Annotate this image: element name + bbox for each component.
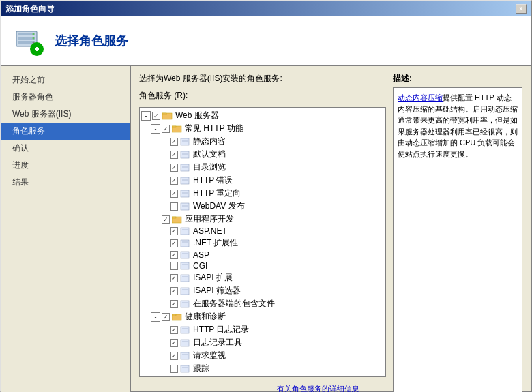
http-redirect-label: HTTP 重定向 [193,187,241,199]
checkbox-http-redirect[interactable] [170,190,178,198]
svg-rect-44 [181,288,189,295]
expand-common-http[interactable]: - [151,124,160,134]
isapi-filter-label: ISAPI 筛选器 [193,285,241,297]
tree-node-static[interactable]: 静态内容 [141,135,384,148]
svg-rect-56 [181,365,189,372]
tree-node-isapi-filter[interactable]: ISAPI 筛选器 [141,284,384,297]
tree-node-isapi-ext[interactable]: ISAPI 扩展 [141,271,384,284]
dir-browse-label: 目录浏览 [193,162,226,173]
svg-point-5 [33,37,35,40]
checkbox-ssi[interactable] [170,300,178,308]
sidebar-item-progress[interactable]: 进度 [1,157,130,174]
expand-app-dev[interactable]: - [151,215,160,224]
svg-rect-49 [172,314,176,316]
webdav-label: WebDAV 发布 [193,200,245,212]
checkbox-root[interactable] [152,112,160,120]
checkbox-health[interactable] [162,313,170,321]
sidebar-item-start[interactable]: 开始之前 [1,72,130,89]
asp-label: ASP [193,250,209,260]
tree-node-aspnet[interactable]: ASP.NET [141,226,384,237]
tree-node-common-http[interactable]: - 常见 HTTP 功能 [141,122,384,135]
expand-health[interactable]: - [151,312,160,322]
checkbox-common-http[interactable] [162,125,170,133]
svg-rect-13 [172,126,176,127]
tree-node-asp[interactable]: ASP [141,250,384,260]
svg-rect-54 [181,352,189,359]
checkbox-webdav[interactable] [170,202,178,211]
tracing-label: 跟踪 [193,363,209,374]
svg-rect-50 [181,327,189,333]
common-http-label: 常见 HTTP 功能 [185,123,243,134]
tree-node-dir-browse[interactable]: 目录浏览 [141,161,384,174]
content-area: 选择角色服务 开始之前 服务器角色 Web 服务器(IIS) 角色服务 确认 进… [1,16,531,392]
checkbox-cgi[interactable] [170,262,178,270]
main-body: 开始之前 服务器角色 Web 服务器(IIS) 角色服务 确认 进度 结果 选择… [1,66,531,392]
desc-content: 动态内容压缩提供配置 HTTP 动态内容压缩的基础结构。启用动态压缩通常带来更高… [393,87,522,392]
checkbox-log-tools[interactable] [170,339,178,347]
checkbox-aspnet[interactable] [170,227,178,235]
root-label: Web 服务器 [175,110,219,121]
svg-rect-40 [181,262,189,269]
tree-node-default-doc[interactable]: 默认文档 [141,148,384,161]
tree-node-net-ext[interactable]: .NET 扩展性 [141,237,384,250]
desc-label: 描述: [393,73,522,85]
tree-node-http-errors[interactable]: HTTP 错误 [141,174,384,187]
checkbox-http-errors[interactable] [170,177,178,185]
tree-node-health[interactable]: - 健康和诊断 [141,310,384,323]
right-panel: 选择为Web 服务器(IIS)安装的角色服务: 角色服务 (R): - Web … [131,66,531,392]
tree-node-log-tools[interactable]: 日志记录工具 [141,336,384,349]
close-button[interactable]: ✕ [516,4,527,14]
log-tools-label: 日志记录工具 [193,337,242,348]
header-section: 选择角色服务 [1,16,531,66]
sidebar: 开始之前 服务器角色 Web 服务器(IIS) 角色服务 确认 进度 结果 [1,66,131,392]
desc-link[interactable]: 动态内容压缩 [398,93,443,102]
tree-box[interactable]: - Web 服务器 - [139,107,386,377]
tree-node-webdav[interactable]: WebDAV 发布 [141,200,384,213]
tree-node-ssi[interactable]: 在服务器端的包含文件 [141,297,384,310]
checkbox-asp[interactable] [170,251,178,259]
checkbox-dir-browse[interactable] [170,164,178,172]
svg-rect-46 [181,301,189,307]
aspnet-label: ASP.NET [193,226,227,236]
checkbox-req-monitor[interactable] [170,352,178,360]
instruction-label: 选择为Web 服务器(IIS)安装的角色服务: [139,73,386,85]
checkbox-http-log[interactable] [170,326,178,334]
sidebar-item-role-services[interactable]: 角色服务 [1,123,130,140]
tree-panel: 选择为Web 服务器(IIS)安装的角色服务: 角色服务 (R): - Web … [139,73,386,392]
tree-node-cgi[interactable]: CGI [141,260,384,271]
checkbox-tracing[interactable] [170,365,178,373]
checkbox-default-doc[interactable] [170,151,178,159]
tree-node-http-log[interactable]: HTTP 日志记录 [141,323,384,336]
svg-point-4 [33,33,35,35]
desc-panel: 描述: 动态内容压缩提供配置 HTTP 动态内容压缩的基础结构。启用动态压缩通常… [393,73,522,392]
cgi-label: CGI [193,261,207,271]
default-doc-label: 默认文档 [193,149,226,160]
req-monitor-label: 请求监视 [193,350,226,361]
tree-node-app-dev[interactable]: - 应用程序开发 [141,213,384,226]
header-icon [12,25,45,57]
tree-label: 角色服务 (R): [139,90,386,102]
sidebar-item-web-server[interactable]: Web 服务器(IIS) [1,106,130,123]
expand-root[interactable]: - [141,111,151,121]
checkbox-isapi-ext[interactable] [170,274,178,282]
checkbox-isapi-filter[interactable] [170,287,178,295]
sidebar-item-server-roles[interactable]: 服务器角色 [1,89,130,106]
svg-rect-42 [181,275,189,282]
tree-node-root[interactable]: - Web 服务器 [141,109,384,122]
checkbox-net-ext[interactable] [170,239,178,247]
svg-rect-38 [181,252,189,258]
tree-node-tracing[interactable]: 跟踪 [141,362,384,375]
detail-link[interactable]: 有关角色服务的详细信息 [277,385,359,392]
tree-node-http-redirect[interactable]: HTTP 重定向 [141,187,384,200]
sidebar-item-confirm[interactable]: 确认 [1,140,130,157]
tree-node-req-monitor[interactable]: 请求监视 [141,349,384,362]
ssi-label: 在服务器端的包含文件 [193,298,275,310]
static-label: 静态内容 [193,136,226,147]
checkbox-app-dev[interactable] [162,215,170,224]
svg-rect-11 [162,113,166,115]
http-log-label: HTTP 日志记录 [193,324,249,335]
checkbox-static[interactable] [170,138,178,146]
svg-rect-36 [181,240,189,247]
http-errors-label: HTTP 错误 [193,175,233,186]
sidebar-item-results[interactable]: 结果 [1,174,130,191]
